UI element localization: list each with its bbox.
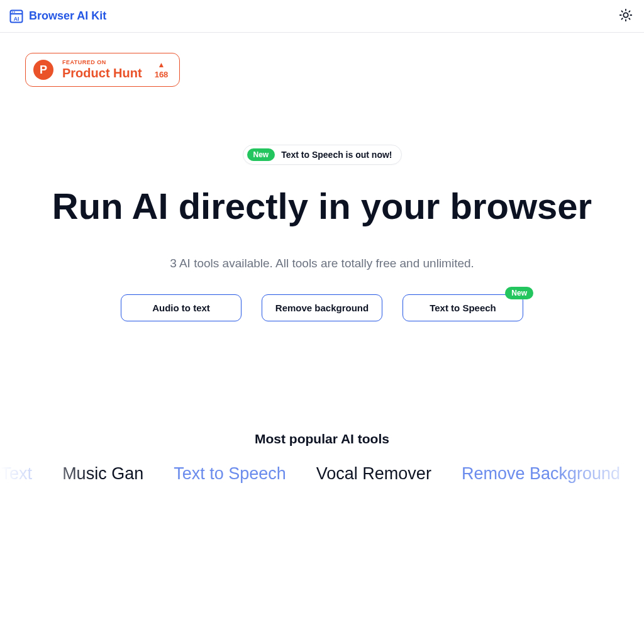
new-badge: New [505,287,533,299]
product-hunt-badge[interactable]: P FEATURED ON Product Hunt ▲ 168 [25,53,180,87]
app-logo-icon: AI [9,9,24,24]
svg-line-8 [622,11,623,12]
ph-name: Product Hunt [62,66,142,80]
announcement-pill[interactable]: New Text to Speech is out now! [243,145,402,165]
marquee-item-text-to-speech[interactable]: Text to Speech [174,464,286,484]
hero-subtitle: 3 AI tools available. All tools are tota… [0,257,644,270]
hero-title: Run AI directly in your browser [0,186,644,226]
new-badge: New [247,148,275,161]
marquee-item-remove-background[interactable]: Remove Background [462,464,620,484]
svg-line-12 [622,18,623,19]
brand-name: Browser AI Kit [29,9,106,23]
popular-heading: Most popular AI tools [0,431,644,447]
svg-line-9 [629,18,630,19]
svg-text:AI: AI [14,15,19,21]
ph-featured-label: FEATURED ON [62,60,142,66]
remove-background-button[interactable]: Remove background [262,294,382,321]
svg-line-13 [629,11,630,12]
svg-point-5 [623,13,628,17]
svg-point-3 [14,11,15,13]
ph-votes: ▲ 168 [155,61,169,79]
marquee-item-music-gan[interactable]: Music Gan [62,464,143,484]
svg-point-2 [12,11,13,13]
sun-icon [619,14,633,24]
header: AI Browser AI Kit [0,0,644,33]
brand-link[interactable]: AI Browser AI Kit [9,9,106,24]
announcement-text: Text to Speech is out now! [281,150,392,160]
ph-vote-count: 168 [155,70,169,79]
tool-buttons-row: Audio to text Remove background Text to … [0,294,644,321]
theme-toggle-button[interactable] [616,6,635,26]
product-hunt-icon: P [33,60,53,80]
marquee-item-vocal-remover[interactable]: Vocal Remover [316,464,431,484]
audio-to-text-button[interactable]: Audio to text [121,294,242,321]
popular-marquee: Audio To Text Music Gan Text to Speech V… [0,464,644,484]
marquee-item-audio-to-text[interactable]: Audio To Text [0,464,32,484]
text-to-speech-button[interactable]: Text to Speech [402,294,523,321]
upvote-triangle-icon: ▲ [158,61,165,69]
